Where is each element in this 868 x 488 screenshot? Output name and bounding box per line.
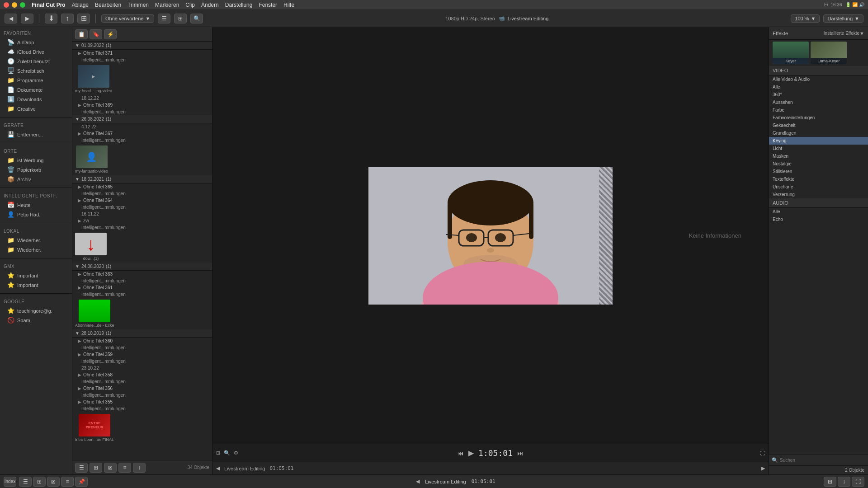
sidebar-item-wiederher2[interactable]: 📁 Wiederher.: [0, 245, 72, 254]
browser-subitem-412[interactable]: 4.12.22: [72, 123, 212, 130]
browser-item-titel371[interactable]: ▶ Ohne Titel 371: [72, 50, 212, 56]
tl-right-3[interactable]: ⛶: [852, 477, 864, 487]
filter-dropdown[interactable]: Ohne verworfene ▼: [101, 14, 154, 23]
sidebar-item-airdrop[interactable]: 📡 AirDrop: [0, 38, 72, 47]
sidebar-item-icloud[interactable]: ☁️ iCloud Drive: [0, 47, 72, 56]
sidebar-item-papierkorb[interactable]: 🗑️ Papierkorb: [0, 165, 72, 174]
browser-item-titel369[interactable]: ▶ Ohne Titel 369: [72, 102, 212, 108]
search-button[interactable]: 🔍: [190, 14, 203, 23]
browser-subitem-5c[interactable]: Intelligent...mmlungen: [72, 378, 212, 385]
view-list[interactable]: ☰: [158, 14, 170, 23]
effects-keying[interactable]: Keying: [769, 137, 868, 145]
share-button[interactable]: ↑: [61, 14, 74, 23]
expand-effects-icon[interactable]: ▼: [859, 31, 864, 36]
sidebar-item-wiederher1[interactable]: 📁 Wiederher.: [0, 235, 72, 245]
close-button[interactable]: [4, 2, 9, 8]
date-header-3[interactable]: ▼ 18.02.2021 (1): [72, 175, 212, 183]
video-thumb-1[interactable]: ▶: [78, 65, 109, 88]
fullscreen-icon[interactable]: ⛶: [760, 450, 765, 456]
forward-button[interactable]: ▶: [21, 14, 33, 23]
viewer-mode-icon[interactable]: ⊞: [216, 450, 220, 456]
tl-view-5[interactable]: 📌: [75, 477, 88, 487]
effects-alle[interactable]: Alle: [769, 83, 868, 91]
sidebar-item-creative[interactable]: 📁 Creative: [0, 104, 72, 113]
browser-subitem-2310[interactable]: 23.10.22: [72, 365, 212, 371]
tl-right-2[interactable]: ↕: [838, 477, 850, 487]
effects-aussehen[interactable]: Aussehen: [769, 99, 868, 106]
effects-verzerrung[interactable]: Verzerrung: [769, 191, 868, 198]
view-btn-5[interactable]: ↕: [133, 463, 146, 473]
browser-subitem-5a[interactable]: Intelligent...mmlungen: [72, 344, 212, 351]
browser-subitem-5e[interactable]: Intelligent...mmlungen: [72, 405, 212, 412]
effects-gekaechelt[interactable]: Gekaechelt: [769, 122, 868, 129]
menu-hilfe[interactable]: Hilfe: [283, 2, 294, 8]
view-btn-2[interactable]: ⊞: [90, 463, 102, 473]
sidebar-item-istwerbung[interactable]: 📁 ist Werbung: [0, 155, 72, 165]
video-thumb-2[interactable]: 👤: [76, 145, 108, 168]
effects-nostalgie[interactable]: Nostalgie: [769, 160, 868, 168]
browser-item-titel358[interactable]: ▶ Ohne Titel 358: [72, 371, 212, 378]
browser-item-titel361[interactable]: ▶ Ohne Titel 361: [72, 284, 212, 291]
minimize-button[interactable]: [12, 2, 17, 8]
viewer-settings-icon[interactable]: ⚙: [234, 450, 238, 456]
browser-item-titel359[interactable]: ▶ Ohne Titel 359: [72, 351, 212, 358]
luma-keyer-thumbnail[interactable]: Luma-Keyer: [811, 42, 847, 64]
browser-item-titel355[interactable]: ▶ Ohne Titel 355: [72, 399, 212, 405]
browser-btn-1[interactable]: 📋: [75, 29, 88, 39]
tl-view-2[interactable]: ⊞: [33, 477, 46, 487]
sidebar-item-archiv[interactable]: 📦 Archiv: [0, 174, 72, 184]
effects-texteffekte[interactable]: Texteffekte: [769, 175, 868, 183]
menu-fenster[interactable]: Fenster: [259, 2, 277, 8]
sidebar-item-important1[interactable]: ⭐ Important: [0, 271, 72, 280]
video-thumb-5[interactable]: ENTREPRENEUR: [79, 414, 110, 436]
date-header-1[interactable]: ▼ 01.09.2022 (1): [72, 42, 212, 50]
browser-subitem-3a[interactable]: Intelligent...mmlungen: [72, 190, 212, 197]
sidebar-item-petjohad[interactable]: 👤 Petjo Had.: [0, 210, 72, 219]
maximize-button[interactable]: [20, 2, 25, 8]
sidebar-item-dokumente[interactable]: 📄 Dokumente: [0, 85, 72, 94]
tl-right-1[interactable]: ⊞: [824, 477, 836, 487]
sidebar-item-important2[interactable]: ⭐ Important: [0, 280, 72, 290]
import-button[interactable]: ⬇: [45, 14, 57, 23]
menu-darstellung[interactable]: Darstellung: [225, 2, 253, 8]
menu-ablage[interactable]: Ablage: [72, 2, 89, 8]
effects-grundlagen[interactable]: Grundlagen: [769, 129, 868, 137]
menu-trimmen[interactable]: Trimmen: [127, 2, 149, 8]
sidebar-item-wichtig[interactable]: ⭐ teachingore@g.: [0, 306, 72, 315]
index-btn[interactable]: Index: [4, 477, 16, 487]
browser-subitem-1611[interactable]: 16.11.22: [72, 211, 212, 217]
timeline-nav-left[interactable]: ◀: [216, 465, 220, 471]
effects-alle-video[interactable]: Alle Video & Audio: [769, 75, 868, 83]
browser-subitem-1a[interactable]: Intelligent...mmlungen: [72, 56, 212, 63]
effects-installed-tab[interactable]: Installierte Effekte: [824, 31, 859, 36]
tl-view-1[interactable]: ☰: [19, 477, 32, 487]
browser-subitem-4b[interactable]: Intelligent...mmlungen: [72, 291, 212, 298]
view-grid[interactable]: ⊞: [174, 14, 187, 23]
date-header-2[interactable]: ▼ 26.08.2022 (1): [72, 115, 212, 123]
viewer-zoom-icon[interactable]: 🔍: [224, 450, 230, 456]
menu-bearbeiten[interactable]: Bearbeiten: [95, 2, 121, 8]
menu-clip[interactable]: Clip: [185, 2, 195, 8]
date-header-4[interactable]: ▼ 24.08.2020 (1): [72, 263, 212, 271]
browser-subitem-1b[interactable]: Intelligent...mmlungen: [72, 108, 212, 115]
zoom-dropdown[interactable]: 100 % ▼: [791, 14, 820, 23]
video-thumb-3[interactable]: ↓: [75, 233, 107, 255]
sidebar-item-zuletzt[interactable]: 🕐 Zuletzt benutzt: [0, 56, 72, 66]
skip-forward-icon[interactable]: ⏭: [517, 450, 524, 457]
play-icon[interactable]: ▶: [468, 449, 474, 457]
browser-item-titel360[interactable]: ▶ Ohne Titel 360: [72, 338, 212, 344]
effects-licht[interactable]: Licht: [769, 145, 868, 152]
browser-item-titel365[interactable]: ▶ Ohne Titel 365: [72, 183, 212, 190]
effects-masken[interactable]: Masken: [769, 152, 868, 160]
sidebar-item-programme[interactable]: 📁 Programme: [0, 75, 72, 85]
tl-nav-left[interactable]: ◀: [416, 479, 420, 484]
viewer-frame[interactable]: [368, 167, 613, 305]
effects-alle-audio[interactable]: Alle: [769, 208, 868, 216]
effects-farbvoreinstellungen[interactable]: Farbvoreinstellungen: [769, 114, 868, 122]
browser-btn-2[interactable]: 🔖: [90, 29, 102, 39]
app-name[interactable]: Final Cut Pro: [32, 2, 66, 8]
browser-item-zvi[interactable]: ▶ zvi: [72, 217, 212, 224]
menu-aendern[interactable]: Ändern: [201, 2, 219, 8]
tl-view-3[interactable]: ⊠: [47, 477, 60, 487]
view-btn-1[interactable]: ☰: [75, 463, 88, 473]
